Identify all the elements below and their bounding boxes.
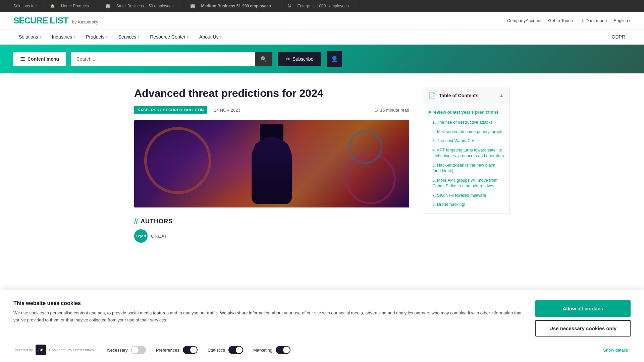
envelope-icon: ✉ — [286, 56, 290, 62]
language-label: English — [613, 18, 628, 23]
search-container: 🔍 — [71, 52, 272, 66]
nav-item-services[interactable]: Services ▾ — [113, 29, 145, 44]
article-tag[interactable]: KASPERSKY SECURITY BULLETIN — [134, 106, 207, 114]
author-badge-text: Expert — [136, 234, 146, 238]
article-hero-image — [134, 120, 409, 207]
article-sidebar: 📄 Table of Contents ▲ A review of last y… — [423, 87, 510, 243]
main-nav: Solutions ▾ Industries ▾ Products ▾ Serv… — [0, 29, 644, 45]
header-right: CompanyAccount Get In Touch ☽ Dark mode … — [507, 18, 631, 23]
nav-item-industries[interactable]: Industries ▾ — [47, 29, 81, 44]
article-main: Advanced threat predictions for 2024 KAS… — [134, 87, 409, 243]
home-icon: 🏠 — [50, 4, 55, 8]
chevron-down-icon: ▾ — [220, 35, 222, 39]
small-business-label: Small Business 1-50 employees — [116, 4, 174, 8]
logo-list: LIST — [50, 15, 68, 26]
enterprise-label: Enterprise 1000+ employees — [298, 4, 349, 8]
enterprise-icon: 🏛 — [287, 4, 291, 8]
article-date: 14 NOV 2023 — [214, 108, 240, 113]
logo-secure: SECURE — [13, 15, 48, 26]
article-title: Advanced threat predictions for 2024 — [134, 87, 409, 100]
table-of-contents: 📄 Table of Contents ▲ A review of last y… — [423, 87, 510, 214]
solutions-for-label: Solutions for: — [13, 4, 37, 8]
user-button[interactable]: 👤 — [327, 51, 342, 67]
search-icon: 🔍 — [260, 56, 267, 62]
chevron-down-icon: ▾ — [629, 19, 631, 22]
toc-toggle-chevron[interactable]: ▲ — [499, 93, 504, 99]
chevron-down-icon: ▾ — [40, 35, 41, 39]
chevron-down-icon: ▾ — [138, 35, 139, 39]
toc-item-8[interactable]: 8. Drone hacking! — [428, 200, 504, 209]
toc-section-title[interactable]: A review of last year's predictions — [428, 110, 504, 115]
nav-item-resource-center[interactable]: Resource Center ▾ — [145, 29, 194, 44]
top-bar-medium-business[interactable]: 🏢 Medium Business 51-999 employees — [184, 0, 281, 12]
nav-item-solutions[interactable]: Solutions ▾ — [13, 29, 47, 44]
medium-business-label: Medium Business 51-999 employees — [201, 4, 271, 8]
subscribe-button[interactable]: ✉ Subscribe — [278, 52, 321, 66]
read-time-label: 15 minute read — [380, 108, 409, 113]
toc-item-6[interactable]: 6. More APT groups will move from Cobalt… — [428, 176, 504, 191]
toc-item-1[interactable]: 1. The rise of destructive attacks — [428, 118, 504, 127]
top-bar-links: 🏠 Home Products 🏢 Small Business 1-50 em… — [44, 0, 359, 12]
search-input[interactable] — [71, 52, 255, 66]
top-bar-home-products[interactable]: 🏠 Home Products — [44, 0, 99, 12]
toc-item-7[interactable]: 7. SIGINT-delivered malware — [428, 191, 504, 200]
search-bar-area: ☰ Content menu 🔍 ✉ Subscribe 👤 — [0, 45, 644, 73]
language-selector[interactable]: English ▾ — [613, 18, 631, 23]
authors-section: // AUTHORS Expert GREAT — [134, 218, 409, 243]
author-avatar: Expert — [134, 229, 148, 243]
toc-item-3[interactable]: 3. The next WannaCry — [428, 136, 504, 146]
toc-item-4[interactable]: 4. APT targeting turns toward satellite … — [428, 146, 504, 161]
top-bar: Solutions for: 🏠 Home Products 🏢 Small B… — [0, 0, 644, 12]
dark-mode-label: Dark mode — [586, 18, 607, 23]
toc-icon: 📄 — [428, 92, 436, 99]
home-products-label: Home Products — [61, 4, 89, 8]
toc-header-left: 📄 Table of Contents — [428, 92, 478, 99]
authors-slash: // — [134, 218, 138, 225]
nav-item-gdpr[interactable]: GDPR — [606, 29, 631, 44]
top-bar-enterprise[interactable]: 🏛 Enterprise 1000+ employees — [281, 0, 359, 12]
chevron-down-icon: ▾ — [187, 35, 189, 39]
toc-item-5[interactable]: 5. Hack-and-leak is the new black (and b… — [428, 161, 504, 176]
top-bar-small-business[interactable]: 🏢 Small Business 1-50 employees — [99, 0, 184, 12]
read-time: ⏱ 15 minute read — [374, 108, 409, 113]
author-item: Expert GREAT — [134, 229, 409, 243]
moon-icon: ☽ — [580, 18, 584, 23]
medium-biz-icon: 🏢 — [190, 4, 195, 8]
logo-by: by Kaspersky — [72, 19, 98, 24]
small-biz-icon: 🏢 — [105, 4, 110, 8]
toc-title: Table of Contents — [439, 93, 478, 98]
article-meta: KASPERSKY SECURITY BULLETIN 14 NOV 2023 … — [134, 106, 409, 114]
authors-title: AUTHORS — [141, 218, 173, 225]
main-content: Advanced threat predictions for 2024 KAS… — [121, 73, 523, 256]
nav-item-products[interactable]: Products ▾ — [80, 29, 113, 44]
company-account-link[interactable]: CompanyAccount — [507, 18, 542, 23]
hamburger-icon: ☰ — [20, 56, 25, 62]
logo[interactable]: SECURELIST by Kaspersky — [13, 15, 98, 26]
toc-items: A review of last year's predictions 1. T… — [423, 104, 509, 214]
toc-header: 📄 Table of Contents ▲ — [423, 87, 509, 104]
subscribe-label: Subscribe — [292, 56, 313, 62]
nav-item-about-us[interactable]: About Us ▾ — [194, 29, 227, 44]
header: SECURELIST by Kaspersky CompanyAccount G… — [0, 12, 644, 29]
clock-icon: ⏱ — [374, 108, 378, 113]
search-button[interactable]: 🔍 — [255, 52, 272, 66]
chevron-down-icon: ▾ — [106, 35, 108, 39]
chevron-down-icon: ▾ — [73, 35, 75, 39]
content-menu-button[interactable]: ☰ Content menu — [13, 52, 66, 66]
dark-mode-button[interactable]: ☽ Dark mode — [580, 18, 607, 23]
authors-header: // AUTHORS — [134, 218, 409, 225]
author-name: GREAT — [151, 234, 167, 239]
get-in-touch-link[interactable]: Get In Touch — [548, 18, 573, 23]
user-icon: 👤 — [331, 55, 338, 63]
toc-item-2[interactable]: 2. Mail servers become priority targets — [428, 127, 504, 137]
content-menu-label: Content menu — [28, 56, 59, 62]
